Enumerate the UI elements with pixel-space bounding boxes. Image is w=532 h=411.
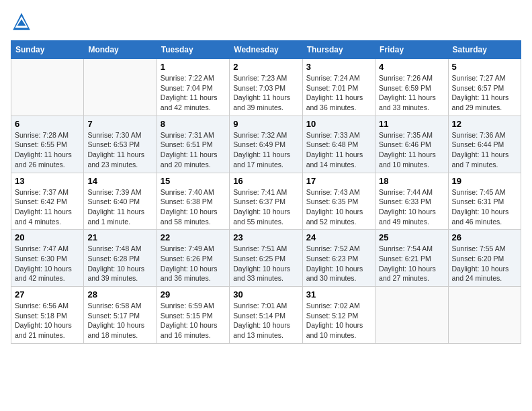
day-number: 26 [452,232,517,242]
day-number: 2 [233,62,298,72]
day-info: Sunrise: 7:23 AMSunset: 7:03 PMDaylight:… [233,73,298,113]
header-sunday: Sunday [11,41,84,59]
day-number: 30 [233,289,298,300]
header-tuesday: Tuesday [157,41,229,59]
calendar-cell: 15Sunrise: 7:40 AMSunset: 6:38 PMDayligh… [157,173,229,230]
day-number: 14 [87,176,152,186]
page-header [11,11,521,32]
week-row-2: 6Sunrise: 7:28 AMSunset: 6:55 PMDaylight… [11,116,521,173]
calendar-cell: 22Sunrise: 7:49 AMSunset: 6:26 PMDayligh… [157,230,229,287]
day-number: 6 [15,119,80,129]
day-number: 21 [87,232,152,242]
day-info: Sunrise: 7:02 AMSunset: 5:12 PMDaylight:… [306,301,371,340]
day-number: 5 [452,62,517,72]
calendar-cell: 7Sunrise: 7:30 AMSunset: 6:53 PMDaylight… [84,116,157,173]
calendar-cell: 11Sunrise: 7:35 AMSunset: 6:46 PMDayligh… [375,116,448,173]
day-number: 18 [379,176,444,186]
day-info: Sunrise: 7:35 AMSunset: 6:46 PMDaylight:… [379,130,444,170]
day-number: 23 [233,232,298,242]
day-info: Sunrise: 6:59 AMSunset: 5:15 PMDaylight:… [161,301,226,340]
calendar-cell: 5Sunrise: 7:27 AMSunset: 6:57 PMDaylight… [448,59,521,116]
day-number: 29 [161,289,226,300]
day-number: 20 [15,232,80,242]
week-row-5: 27Sunrise: 6:56 AMSunset: 5:18 PMDayligh… [11,287,521,344]
day-number: 10 [306,119,371,129]
calendar-cell: 31Sunrise: 7:02 AMSunset: 5:12 PMDayligh… [302,287,375,344]
calendar-cell: 21Sunrise: 7:48 AMSunset: 6:28 PMDayligh… [84,230,157,287]
calendar-cell: 18Sunrise: 7:44 AMSunset: 6:33 PMDayligh… [375,173,448,230]
calendar-cell: 9Sunrise: 7:32 AMSunset: 6:49 PMDaylight… [230,116,302,173]
day-number: 11 [379,119,444,129]
day-info: Sunrise: 7:47 AMSunset: 6:30 PMDaylight:… [15,244,80,283]
week-row-1: 1Sunrise: 7:22 AMSunset: 7:04 PMDaylight… [11,59,521,116]
header-friday: Friday [375,41,448,59]
day-info: Sunrise: 7:36 AMSunset: 6:44 PMDaylight:… [452,130,517,170]
day-info: Sunrise: 7:37 AMSunset: 6:42 PMDaylight:… [15,187,80,227]
day-info: Sunrise: 7:41 AMSunset: 6:37 PMDaylight:… [233,187,298,227]
day-info: Sunrise: 7:01 AMSunset: 5:14 PMDaylight:… [233,301,298,340]
day-number: 9 [233,119,298,129]
day-info: Sunrise: 7:22 AMSunset: 7:04 PMDaylight:… [161,73,226,113]
day-info: Sunrise: 7:43 AMSunset: 6:35 PMDaylight:… [306,187,371,227]
calendar-cell: 20Sunrise: 7:47 AMSunset: 6:30 PMDayligh… [11,230,84,287]
day-number: 13 [15,176,80,186]
calendar-cell: 23Sunrise: 7:51 AMSunset: 6:25 PMDayligh… [230,230,302,287]
calendar-cell: 8Sunrise: 7:31 AMSunset: 6:51 PMDaylight… [157,116,229,173]
day-info: Sunrise: 7:30 AMSunset: 6:53 PMDaylight:… [87,130,152,170]
calendar-cell: 27Sunrise: 6:56 AMSunset: 5:18 PMDayligh… [11,287,84,344]
day-info: Sunrise: 7:54 AMSunset: 6:21 PMDaylight:… [379,244,444,283]
day-info: Sunrise: 7:33 AMSunset: 6:48 PMDaylight:… [306,130,371,170]
calendar-header: SundayMondayTuesdayWednesdayThursdayFrid… [11,41,521,59]
calendar-cell [375,287,448,344]
calendar-cell: 10Sunrise: 7:33 AMSunset: 6:48 PMDayligh… [302,116,375,173]
day-number: 19 [452,176,517,186]
header-monday: Monday [84,41,157,59]
calendar-cell: 12Sunrise: 7:36 AMSunset: 6:44 PMDayligh… [448,116,521,173]
calendar-cell: 30Sunrise: 7:01 AMSunset: 5:14 PMDayligh… [230,287,302,344]
day-info: Sunrise: 7:24 AMSunset: 7:01 PMDaylight:… [306,73,371,113]
day-number: 27 [15,289,80,300]
day-number: 25 [379,232,444,242]
calendar-cell: 19Sunrise: 7:45 AMSunset: 6:31 PMDayligh… [448,173,521,230]
day-info: Sunrise: 7:51 AMSunset: 6:25 PMDaylight:… [233,244,298,283]
calendar-cell: 3Sunrise: 7:24 AMSunset: 7:01 PMDaylight… [302,59,375,116]
day-info: Sunrise: 7:45 AMSunset: 6:31 PMDaylight:… [452,187,517,227]
day-info: Sunrise: 7:52 AMSunset: 6:23 PMDaylight:… [306,244,371,283]
calendar-cell: 25Sunrise: 7:54 AMSunset: 6:21 PMDayligh… [375,230,448,287]
day-number: 7 [87,119,152,129]
day-number: 24 [306,232,371,242]
header-thursday: Thursday [302,41,375,59]
calendar-cell: 4Sunrise: 7:26 AMSunset: 6:59 PMDaylight… [375,59,448,116]
day-number: 1 [161,62,226,72]
calendar-cell: 17Sunrise: 7:43 AMSunset: 6:35 PMDayligh… [302,173,375,230]
day-info: Sunrise: 7:26 AMSunset: 6:59 PMDaylight:… [379,73,444,113]
calendar-cell [84,59,157,116]
day-number: 22 [161,232,226,242]
day-info: Sunrise: 7:48 AMSunset: 6:28 PMDaylight:… [87,244,152,283]
day-number: 12 [452,119,517,129]
day-number: 16 [233,176,298,186]
day-info: Sunrise: 7:44 AMSunset: 6:33 PMDaylight:… [379,187,444,227]
day-info: Sunrise: 7:49 AMSunset: 6:26 PMDaylight:… [161,244,226,283]
calendar-cell: 13Sunrise: 7:37 AMSunset: 6:42 PMDayligh… [11,173,84,230]
calendar-cell: 29Sunrise: 6:59 AMSunset: 5:15 PMDayligh… [157,287,229,344]
calendar-cell: 24Sunrise: 7:52 AMSunset: 6:23 PMDayligh… [302,230,375,287]
day-info: Sunrise: 6:58 AMSunset: 5:17 PMDaylight:… [87,301,152,340]
day-info: Sunrise: 7:27 AMSunset: 6:57 PMDaylight:… [452,73,517,113]
logo-icon [11,11,32,32]
logo [11,11,35,32]
week-row-3: 13Sunrise: 7:37 AMSunset: 6:42 PMDayligh… [11,173,521,230]
day-info: Sunrise: 7:55 AMSunset: 6:20 PMDaylight:… [452,244,517,283]
header-wednesday: Wednesday [230,41,302,59]
calendar-cell: 2Sunrise: 7:23 AMSunset: 7:03 PMDaylight… [230,59,302,116]
day-number: 31 [306,289,371,300]
calendar-cell [11,59,84,116]
calendar-cell: 16Sunrise: 7:41 AMSunset: 6:37 PMDayligh… [230,173,302,230]
day-info: Sunrise: 7:40 AMSunset: 6:38 PMDaylight:… [161,187,226,227]
day-info: Sunrise: 7:39 AMSunset: 6:40 PMDaylight:… [87,187,152,227]
calendar-cell: 14Sunrise: 7:39 AMSunset: 6:40 PMDayligh… [84,173,157,230]
day-number: 3 [306,62,371,72]
day-number: 8 [161,119,226,129]
day-info: Sunrise: 7:31 AMSunset: 6:51 PMDaylight:… [161,130,226,170]
day-number: 4 [379,62,444,72]
